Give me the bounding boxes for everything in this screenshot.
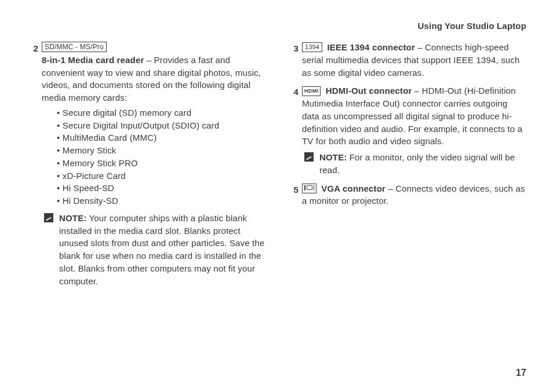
list-item: Memory Stick <box>57 144 266 157</box>
list-item: Hi Density-SD <box>57 195 266 207</box>
manual-page: Using Your Studio Laptop 2 SD/MMC - MS/P… <box>0 0 553 392</box>
note-body: NOTE: For a monitor, only the video sign… <box>319 151 526 177</box>
item-number: 5 <box>287 182 302 208</box>
left-column: 2 SD/MMC - MS/Pro 8-in-1 Media card read… <box>27 41 266 293</box>
list-item: xD-Picture Card <box>57 170 266 182</box>
list-item: Memory Stick PRO <box>57 157 266 170</box>
note-text: Your computer ships with a plastic blank… <box>59 213 264 286</box>
item-4: 4 HDMI HDMI-Out connector – HDMI-Out (Hi… <box>287 85 526 176</box>
term: HDMI-Out connector <box>326 86 412 96</box>
note-body: NOTE: Your computer ships with a plastic… <box>59 212 266 288</box>
item-5: 5 VGA connector – Connects video devices… <box>287 182 526 208</box>
item-2: 2 SD/MMC - MS/Pro 8-in-1 Media card read… <box>27 41 266 287</box>
note-block: NOTE: Your computer ships with a plastic… <box>44 212 266 288</box>
item-intro: SD/MMC - MS/Pro <box>42 41 266 54</box>
term: 8-in-1 Media card reader <box>42 55 144 65</box>
list-item: Hi Speed-SD <box>57 182 266 195</box>
card-list: Secure digital (SD) memory card Secure D… <box>42 107 266 207</box>
item-number: 4 <box>287 85 302 176</box>
item-body: HDMI HDMI-Out connector – HDMI-Out (Hi-D… <box>302 85 526 176</box>
item-body: VGA connector – Connects video devices, … <box>302 182 526 208</box>
hdmi-icon: HDMI <box>302 86 321 96</box>
vga-icon <box>302 184 316 193</box>
note-icon <box>304 152 314 162</box>
list-item: Secure digital (SD) memory card <box>57 107 266 119</box>
right-column: 3 1394 IEEE 1394 connector – Connects hi… <box>287 41 526 293</box>
sd-card-icon: SD/MMC - MS/Pro <box>42 42 107 52</box>
item-number: 2 <box>27 41 42 287</box>
columns: 2 SD/MMC - MS/Pro 8-in-1 Media card read… <box>27 41 526 293</box>
item-body: 1394 IEEE 1394 connector – Connects high… <box>302 41 526 79</box>
note-label: NOTE: <box>319 152 347 162</box>
note-block: NOTE: For a monitor, only the video sign… <box>304 151 526 177</box>
list-item: Secure Digital Input/Output (SDIO) card <box>57 119 266 132</box>
term: IEEE 1394 connector <box>327 42 414 52</box>
note-icon <box>44 213 53 222</box>
item-number: 3 <box>287 41 302 79</box>
ieee1394-icon: 1394 <box>302 42 322 52</box>
running-head: Using Your Studio Laptop <box>27 21 526 31</box>
note-text: For a monitor, only the video signal wil… <box>319 152 515 175</box>
item-text: 8-in-1 Media card reader – Provides a fa… <box>42 54 266 104</box>
note-label: NOTE: <box>59 213 86 223</box>
item-body: SD/MMC - MS/Pro 8-in-1 Media card reader… <box>42 41 266 287</box>
page-number: 17 <box>516 368 526 378</box>
item-3: 3 1394 IEEE 1394 connector – Connects hi… <box>287 41 526 79</box>
term: VGA connector <box>321 184 385 193</box>
list-item: MultiMedia Card (MMC) <box>57 131 266 144</box>
